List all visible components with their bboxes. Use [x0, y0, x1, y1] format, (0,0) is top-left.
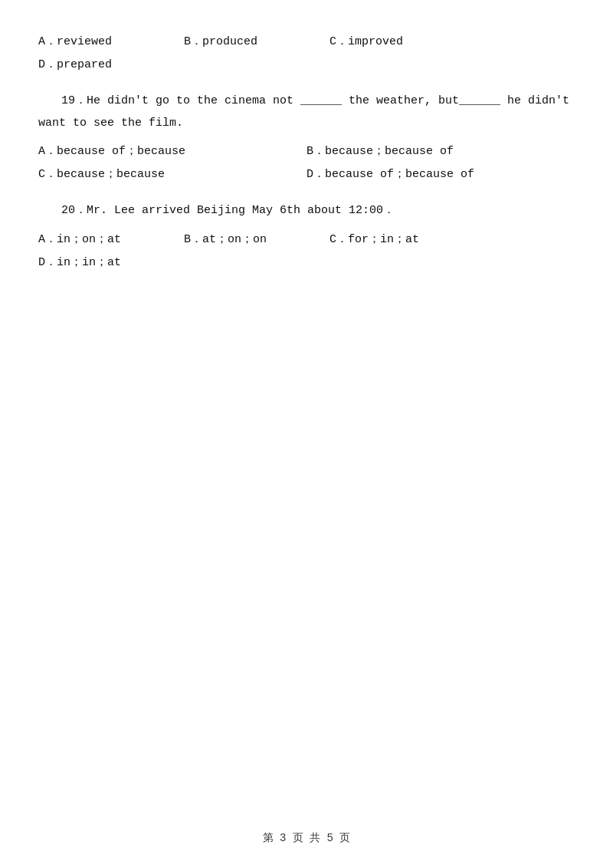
q19-option-d: D．because of；because of	[306, 163, 547, 186]
q20-question: 20．Mr. Lee arrived Beijing May 6th about…	[61, 204, 395, 217]
q20-option-c: C．for；in；at	[329, 229, 447, 252]
q19-option-a: A．because of；because	[38, 140, 279, 163]
q20-options: A．in；on；at B．at；on；on C．for；in；at D．in；i…	[38, 229, 575, 275]
q20-option-a: A．in；on；at	[38, 229, 156, 252]
q20-text: 20．Mr. Lee arrived Beijing May 6th about…	[38, 200, 575, 222]
q18-options: A．reviewed B．produced C．improved D．prepa…	[38, 31, 575, 77]
q19-option-b: B．because；because of	[306, 140, 547, 163]
q19-question: 19．He didn't go to the cinema not ______…	[38, 94, 569, 130]
q18-option-d: D．prepared	[38, 54, 156, 77]
page-footer: 第 3 页 共 5 页	[0, 831, 613, 845]
q20-option-b: B．at；on；on	[184, 229, 302, 252]
q20-option-d: D．in；in；at	[38, 252, 156, 275]
q18-option-c: C．improved	[329, 31, 447, 54]
q18-option-a: A．reviewed	[38, 31, 156, 54]
page-number: 第 3 页 共 5 页	[263, 832, 351, 844]
q19-text: 19．He didn't go to the cinema not ______…	[38, 90, 575, 134]
page: A．reviewed B．produced C．improved D．prepa…	[0, 0, 613, 868]
q19-option-c: C．because；because	[38, 163, 279, 186]
q19-options: A．because of；because B．because；because o…	[38, 140, 575, 186]
q18-option-b: B．produced	[184, 31, 302, 54]
